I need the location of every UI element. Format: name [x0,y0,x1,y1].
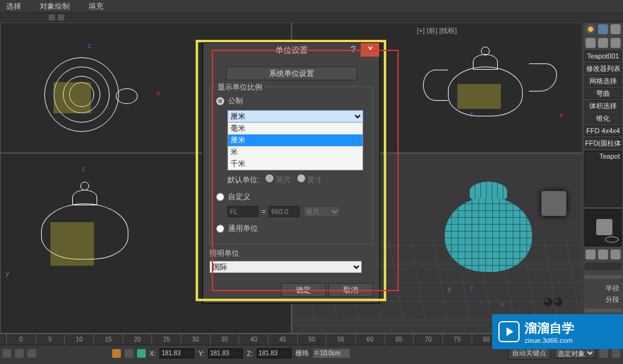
panel-tab-icon[interactable] [586,38,596,48]
timeline-tick[interactable]: 55 [326,334,355,345]
timeline-tick[interactable]: 60 [355,334,384,345]
selection-gizmo[interactable] [54,82,91,113]
metric-radio[interactable] [216,97,224,105]
custom-label: 自定义 [228,192,250,202]
timeline-tick[interactable]: 75 [442,334,472,345]
stack-tool-icon[interactable] [598,250,608,259]
timeline-tick[interactable]: 35 [210,334,239,345]
status-icon[interactable] [15,349,24,358]
timeline-tick[interactable]: 15 [93,334,123,345]
rollout-handle[interactable] [584,309,622,312]
watermark-url: zixue.3d66.com [525,337,574,344]
timeline-tick[interactable]: 50 [297,334,326,345]
status-icon[interactable] [2,349,11,358]
timeline-tick[interactable]: 20 [123,334,152,345]
dialog-titlebar[interactable]: 单位设置 ? ✕ [203,43,379,58]
help-button[interactable]: ? [346,44,361,57]
ok-button[interactable]: 确定 [281,283,326,297]
timeline-tick[interactable]: 25 [151,334,181,345]
rollout-handle[interactable] [584,275,622,279]
stack-item[interactable]: Teapot [599,152,620,160]
custom-radio[interactable] [216,193,224,201]
toolbar-icon[interactable] [49,14,55,21]
sun-icon[interactable] [586,24,596,34]
btn-bend[interactable]: 弯曲 [584,88,622,99]
modifier-list-dropdown[interactable]: 修改器列表 [584,63,622,74]
option-m[interactable]: 米 [228,146,363,158]
menu-select[interactable]: 选择 [6,1,21,12]
menu-fill[interactable]: 填充 [88,1,103,12]
nav-icon[interactable]: ◕◕ [543,294,563,308]
btn-vol-select[interactable]: 体积选择 [584,100,622,111]
custom-prefix-input [227,206,259,217]
object-name-field[interactable]: Teapot001 [584,50,622,62]
lighting-units-group: 照明单位 国际 [209,248,373,273]
shaded-teapot[interactable] [432,172,545,291]
btn-ffd-cyl[interactable]: FFD(圆柱体 [584,138,622,149]
status-icon[interactable] [612,349,621,358]
viewcube[interactable] [541,191,566,216]
timeline-tick[interactable]: 30 [181,334,210,345]
status-icon[interactable] [599,349,608,358]
grid-value [313,348,350,358]
selection-gizmo[interactable] [457,84,501,109]
modifier-stack[interactable]: Teapot [584,151,622,207]
panel-tab-icon[interactable] [598,24,608,34]
option-cm[interactable]: 厘米 [228,134,363,146]
y-input[interactable] [208,348,243,358]
timeline-tick[interactable]: 70 [413,334,442,345]
default-units-label: 默认单位: [227,175,259,185]
menu-object-paint[interactable]: 对象绘制 [40,1,70,12]
axis-z-label: z [82,165,85,172]
metric-unit-select[interactable]: 厘米 [227,110,363,123]
timeline-tick[interactable]: 10 [64,334,93,345]
axis-y-label: y [6,269,9,277]
z-input[interactable] [257,348,292,358]
toolbar-icon[interactable] [58,14,64,21]
panel-tab-icon[interactable] [598,38,608,48]
equals-label: = [262,208,265,215]
close-button[interactable]: ✕ [361,43,379,57]
timeline-tick[interactable]: 5 [36,334,65,345]
x-input[interactable] [159,348,194,358]
panel-tab-icon[interactable] [611,24,621,34]
wireframe-teapot-front [423,35,548,123]
status-icon[interactable] [125,349,133,358]
segments-label: 分段 [606,295,619,304]
cube-icon [596,219,612,235]
timeline-tick[interactable]: 45 [268,334,297,345]
selection-gizmo[interactable] [50,222,94,266]
dialog-title: 单位设置 [275,45,308,56]
key-filter-select[interactable]: 选定对象 [554,348,596,358]
group-legend: 显示单位比例 [215,82,265,93]
preview-thumbnail [584,209,622,246]
us-feet-label: 英尺 [276,175,291,184]
btn-ffd-box[interactable]: FFD 4x4x4 [584,125,622,136]
axis-x-label: x [156,89,160,96]
option-mm[interactable]: 毫米 [228,123,363,134]
stack-tool-icon[interactable] [586,250,596,259]
status-icon[interactable] [27,349,36,358]
menu-bar: 选择 对象绘制 填充 [0,0,623,12]
command-panel: Teapot001 修改器列表 网格选择 弯曲 体积选择 锥化 FFD 4x4x… [583,22,623,334]
panel-scrollbar[interactable] [584,263,622,270]
option-km[interactable]: 千米 [228,158,363,170]
y-label: Y: [198,350,204,357]
viewport-label-front[interactable]: [+] [前] [线框] [417,26,457,35]
ring-icon [605,236,619,243]
btn-mesh-select[interactable]: 网格选择 [584,75,622,86]
custom-unit-select: 英尺 [303,206,340,217]
lighting-units-select[interactable]: 国际 [209,261,362,273]
timeline-tick[interactable]: 65 [384,334,414,345]
lock-selection-icon[interactable] [112,349,121,358]
cancel-button[interactable]: 取消 [328,283,373,297]
panel-tab-icon[interactable] [611,38,621,48]
us-inches-label: 英寸 [307,175,322,184]
btn-taper[interactable]: 锥化 [584,113,622,124]
system-unit-setup-button[interactable]: 系统单位设置 [226,67,357,80]
timeline-tick[interactable]: 40 [239,334,268,345]
stack-tool-icon[interactable] [611,250,621,259]
timeline-tick[interactable]: 0 [6,334,36,345]
status-icon[interactable] [137,349,146,358]
generic-radio[interactable] [216,225,224,233]
